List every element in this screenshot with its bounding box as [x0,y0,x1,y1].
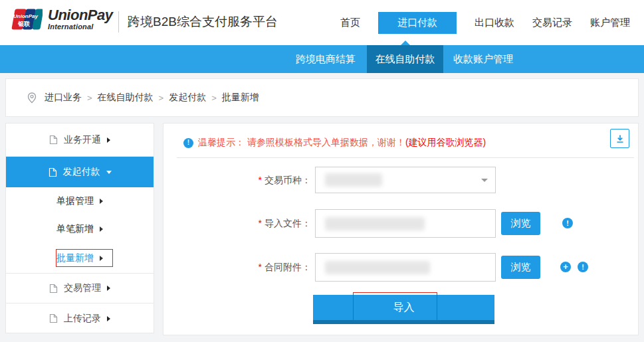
nav-item-transaction-records[interactable]: 交易记录 [532,17,572,29]
page-title: 跨境B2B综合支付服务平台 [128,13,278,31]
top-navigation: 首页 进口付款 出口收款 交易记录 账户管理 [340,0,630,45]
sidebar-item-initiate-payment[interactable]: 发起付款 [6,157,154,187]
wordmark-sub: International [48,23,112,31]
sidebar-item-business-activation[interactable]: 业务开通 [6,124,154,157]
required-mark: * [259,175,262,185]
chevron-right-icon [107,137,110,143]
required-mark: * [259,218,262,228]
subnav-item-online-self-payment[interactable]: 在线自助付款 [367,45,443,73]
breadcrumb-item-batch-add[interactable]: 批量新增 [222,92,259,104]
document-icon [49,284,58,294]
chevron-right-icon [107,316,110,321]
import-file-input[interactable] [315,209,496,238]
tip-banner: 温馨提示： 请参照模板格式导入单据数据，谢谢！(建议用谷歌浏览器) [183,137,486,149]
chevron-right-icon [100,226,103,232]
page: UnionPay 银联 UnionPay International 跨境B2B… [0,0,644,342]
sidebar-item-upload-records[interactable]: 上传记录 [6,303,154,333]
info-icon [183,138,193,148]
chevron-down-icon [481,179,488,182]
unionpay-logo[interactable]: UnionPay 银联 UnionPay International [8,8,112,31]
sidebar-item-label: 单笔新增 [56,223,94,235]
download-template-button[interactable] [610,129,629,148]
location-pin-icon [27,92,37,104]
currency-select[interactable] [315,167,496,193]
browse-import-file-button[interactable]: 浏览 [501,212,540,235]
header: UnionPay 银联 UnionPay International 跨境B2B… [0,0,644,45]
download-icon [615,133,625,144]
document-icon [49,313,58,323]
subnav-item-collection-account-mgmt[interactable]: 收款账户管理 [453,45,513,73]
tip-message: 请参照模板格式导入单据数据，谢谢！ [247,137,405,147]
chevron-right-icon [100,199,103,204]
redacted-value [325,217,425,230]
plus-icon[interactable] [560,262,571,272]
browse-contract-button[interactable]: 浏览 [501,256,540,279]
import-file-label: *导入文件： [168,218,311,230]
breadcrumb-item-initiate-payment[interactable]: 发起付款 [169,92,206,104]
required-mark: * [259,262,262,272]
sidebar-item-transaction-management[interactable]: 交易管理 [6,274,154,303]
unionpay-emblem-icon: UnionPay 银联 [8,8,43,31]
active-pointer-icon [401,41,410,45]
chevron-down-icon [106,171,112,174]
tip-label: 温馨提示： [198,137,245,147]
sidebar: 业务开通 发起付款 单据管理 单笔新增 批量新增 交易管理 [5,123,154,333]
wordmark-main: UnionPay [48,8,112,23]
breadcrumb-separator: > [159,93,164,103]
breadcrumb-item-import-business[interactable]: 进口业务 [45,92,82,104]
sidebar-item-batch-add[interactable]: 批量新增 [6,243,154,274]
sidebar-item-label: 单据管理 [56,195,94,207]
info-icon[interactable] [562,218,573,228]
nav-item-export-collection[interactable]: 出口收款 [475,17,514,29]
breadcrumb: 进口业务 > 在线自助付款 > 发起付款 > 批量新增 [5,78,639,117]
nav-item-account-management[interactable]: 账户管理 [590,17,630,29]
import-submit-button[interactable]: 导入 [313,295,494,324]
chevron-right-icon [107,286,110,291]
wordmark: UnionPay International [48,8,112,31]
document-icon [49,167,57,177]
secondary-navigation: 跨境电商结算 在线自助付款 收款账户管理 [0,45,644,73]
document-icon [49,135,58,145]
emblem-text-bottom: 银联 [17,21,31,27]
sidebar-item-label: 批量新增 [56,252,94,264]
emblem-text-top: UnionPay [13,13,38,19]
sidebar-item-label: 业务开通 [64,134,101,146]
sidebar-item-label: 上传记录 [64,313,101,325]
sidebar-item-label: 交易管理 [64,282,101,294]
sidebar-item-label: 发起付款 [63,166,100,178]
contract-attachment-label: *合同附件： [168,262,311,274]
nav-item-import-payment[interactable]: 进口付款 [378,12,457,34]
info-icon[interactable] [578,262,588,272]
divider [177,157,634,158]
title-divider [118,11,119,33]
subnav-item-ecommerce-settlement[interactable]: 跨境电商结算 [296,45,356,73]
main-panel: 温馨提示： 请参照模板格式导入单据数据，谢谢！(建议用谷歌浏览器) *交易币种：… [163,123,639,335]
currency-label: *交易币种： [168,175,311,187]
chevron-right-icon [100,256,103,261]
contract-attachment-input[interactable] [315,253,496,282]
breadcrumb-separator: > [211,93,217,103]
breadcrumb-separator: > [87,93,92,103]
tip-note: (建议用谷歌浏览器) [405,137,486,147]
sidebar-item-document-management[interactable]: 单据管理 [6,187,154,215]
nav-item-home[interactable]: 首页 [340,17,360,29]
breadcrumb-item-online-self-payment[interactable]: 在线自助付款 [98,92,154,104]
sidebar-item-single-add[interactable]: 单笔新增 [6,215,154,243]
redacted-value [325,261,430,274]
redacted-value [325,173,382,187]
